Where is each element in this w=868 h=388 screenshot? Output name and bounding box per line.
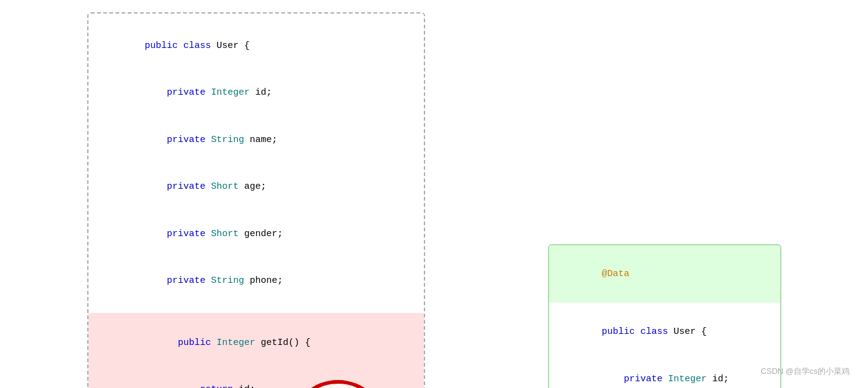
- classname: User {: [217, 41, 250, 51]
- code-line: private Integer id;: [101, 69, 412, 117]
- keyword: private: [145, 87, 211, 98]
- code-line: return id;: [101, 366, 412, 389]
- method: getId() {: [261, 338, 311, 348]
- pink-middle-section: public Integer getId() { return id; } pu…: [88, 313, 424, 388]
- code-line: public class User {: [558, 309, 772, 356]
- right-code-content: public class User { private Integer id; …: [549, 303, 780, 389]
- type: Integer: [217, 338, 261, 348]
- type: String: [211, 275, 250, 286]
- type: Integer: [668, 374, 713, 384]
- field: phone;: [250, 275, 283, 286]
- code-line: public class User {: [101, 22, 412, 69]
- annotation-at: @Data: [602, 269, 630, 279]
- keyword: public: [156, 338, 217, 348]
- main-container: public class User { private Integer id; …: [25, 12, 843, 388]
- classname: User {: [674, 327, 707, 337]
- white-code-section: public class User { private Integer id; …: [88, 14, 424, 313]
- keyword: private: [602, 374, 668, 384]
- keyword: private: [145, 135, 211, 145]
- code-line: public Integer getId() {: [101, 319, 412, 366]
- var: id;: [239, 384, 256, 388]
- annotation-line: @Data: [549, 245, 780, 303]
- code-line: private Short gender;: [101, 210, 412, 258]
- field: id;: [713, 374, 729, 384]
- keyword: public class: [602, 327, 674, 337]
- keyword: private: [145, 275, 211, 286]
- field: id;: [256, 87, 272, 98]
- keyword: private: [145, 181, 211, 192]
- keyword: public class: [145, 41, 217, 51]
- type: Short: [211, 229, 244, 239]
- right-code-block: @Data public class User { private Intege…: [548, 244, 781, 388]
- watermark: CSDN @自学cs的小菜鸡: [760, 366, 850, 377]
- keyword: private: [145, 229, 211, 239]
- code-line: private String phone;: [101, 258, 412, 305]
- code-line: private String name;: [101, 116, 412, 164]
- field: age;: [244, 181, 267, 192]
- field: name;: [250, 135, 278, 145]
- code-line: private Short age;: [101, 164, 412, 211]
- left-code-block: public class User { private Integer id; …: [87, 12, 425, 388]
- type: Integer: [211, 87, 256, 98]
- type: Short: [211, 181, 244, 192]
- code-line: private Integer id;: [558, 355, 772, 388]
- pink-code-top: public Integer getId() { return id; } pu…: [88, 313, 424, 388]
- keyword: return: [156, 384, 239, 388]
- field: gender;: [244, 229, 283, 239]
- type: String: [211, 135, 250, 145]
- annotation-text: @Data: [558, 250, 772, 298]
